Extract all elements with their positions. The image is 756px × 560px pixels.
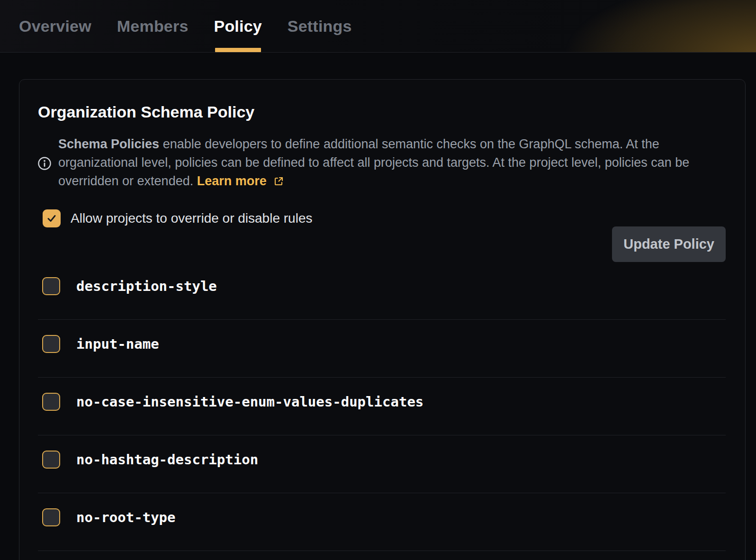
org-tab-bar: Overview Members Policy Settings xyxy=(0,0,756,53)
info-icon xyxy=(38,157,51,170)
button-row: Update Policy xyxy=(38,226,726,262)
rule-checkbox-no-hashtag-description[interactable] xyxy=(42,451,60,469)
rule-checkbox-no-root-type[interactable] xyxy=(42,508,60,526)
rule-checkbox-no-case-insensitive-enum-values-duplicates[interactable] xyxy=(42,393,60,411)
rule-name-label: no-hashtag-description xyxy=(76,451,258,469)
tab-overview-label: Overview xyxy=(19,17,91,36)
policy-info-callout: Schema Policies enable developers to def… xyxy=(38,135,726,191)
rule-row-no-root-type: no-root-type xyxy=(38,493,726,551)
page-title: Organization Schema Policy xyxy=(38,102,726,122)
policy-rules-list: description-style input-name no-case-ins… xyxy=(38,262,726,551)
rule-name-label: description-style xyxy=(76,277,217,295)
tab-policy[interactable]: Policy xyxy=(214,0,262,52)
allow-override-label: Allow projects to override or disable ru… xyxy=(71,211,312,226)
rule-row-no-hashtag-description: no-hashtag-description xyxy=(38,435,726,493)
update-policy-button[interactable]: Update Policy xyxy=(612,226,726,262)
rule-checkbox-description-style[interactable] xyxy=(42,277,60,295)
schema-policy-card: Organization Schema Policy Schema Polici… xyxy=(19,79,746,560)
tab-settings[interactable]: Settings xyxy=(288,0,352,52)
external-link-icon xyxy=(270,175,284,189)
allow-override-row: Allow projects to override or disable ru… xyxy=(38,209,726,227)
rule-name-label: input-name xyxy=(76,335,159,353)
learn-more-link[interactable]: Learn more xyxy=(197,174,267,188)
tab-members[interactable]: Members xyxy=(117,0,189,52)
rule-name-label: no-case-insensitive-enum-values-duplicat… xyxy=(76,393,423,411)
rule-name-label: no-root-type xyxy=(76,508,176,526)
rule-row-input-name: input-name xyxy=(38,320,726,378)
policy-description: Schema Policies enable developers to def… xyxy=(58,135,710,191)
active-tab-indicator xyxy=(215,48,261,52)
rule-row-description-style: description-style xyxy=(38,262,726,320)
checkmark-icon xyxy=(46,213,57,224)
tab-policy-label: Policy xyxy=(214,17,262,36)
tab-overview[interactable]: Overview xyxy=(19,0,91,52)
rule-row-no-case-insensitive-enum-values-duplicates: no-case-insensitive-enum-values-duplicat… xyxy=(38,378,726,435)
allow-override-checkbox[interactable] xyxy=(43,209,61,227)
tab-members-label: Members xyxy=(117,17,189,36)
rule-checkbox-input-name[interactable] xyxy=(42,335,60,353)
tab-settings-label: Settings xyxy=(288,17,352,36)
policy-description-bold: Schema Policies xyxy=(58,137,159,151)
